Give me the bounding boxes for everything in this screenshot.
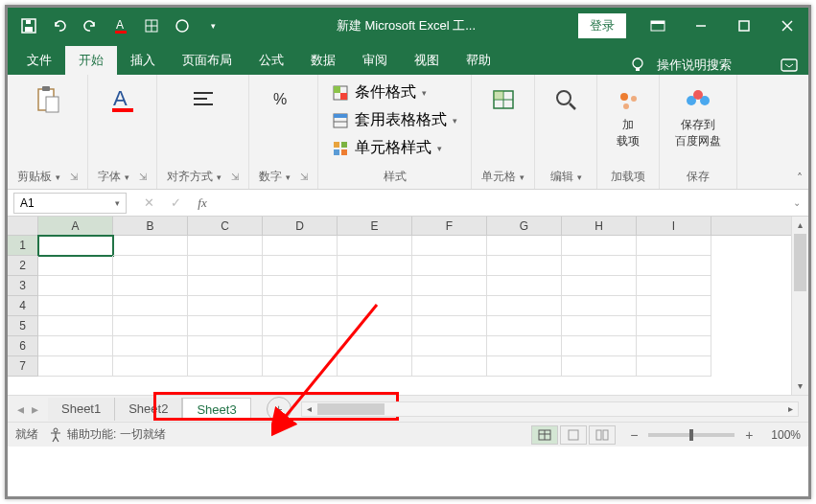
accept-formula-icon[interactable]: ✓ xyxy=(165,195,186,211)
select-all-button[interactable] xyxy=(8,217,38,235)
cell[interactable] xyxy=(188,256,263,276)
cell[interactable] xyxy=(38,336,113,356)
sheet-tab[interactable]: Sheet3 xyxy=(182,398,250,421)
cell[interactable] xyxy=(562,296,637,316)
column-header[interactable]: H xyxy=(562,217,637,235)
ribbon-options-icon[interactable] xyxy=(636,8,679,44)
column-header[interactable]: E xyxy=(338,217,412,235)
column-header[interactable]: F xyxy=(412,217,487,235)
cell[interactable] xyxy=(263,336,338,356)
cell[interactable] xyxy=(487,276,562,296)
cell[interactable] xyxy=(412,336,487,356)
cell[interactable] xyxy=(637,256,711,276)
cell[interactable] xyxy=(637,356,711,377)
cell[interactable] xyxy=(188,336,263,356)
cell[interactable] xyxy=(188,356,263,377)
horizontal-scrollbar[interactable]: ◂ ▸ xyxy=(301,401,799,417)
cell[interactable] xyxy=(412,256,487,276)
cell[interactable] xyxy=(487,316,562,336)
tab-file[interactable]: 文件 xyxy=(13,46,65,75)
cell[interactable] xyxy=(113,256,188,276)
cell[interactable] xyxy=(412,276,487,296)
scrollbar-thumb[interactable] xyxy=(317,403,385,415)
share-icon[interactable] xyxy=(780,57,799,73)
chevron-down-icon[interactable]: ▾ xyxy=(125,172,129,182)
cell[interactable] xyxy=(38,316,113,336)
spreadsheet-grid[interactable]: A B C D E F G H I 1 2 3 4 5 6 7 xyxy=(8,217,791,395)
row-header[interactable]: 1 xyxy=(8,236,38,256)
cell[interactable] xyxy=(562,276,637,296)
formula-input[interactable] xyxy=(219,193,785,214)
scroll-down-icon[interactable]: ▾ xyxy=(792,378,808,395)
zoom-slider[interactable] xyxy=(648,433,734,437)
cell[interactable] xyxy=(487,296,562,316)
cell[interactable] xyxy=(113,236,188,256)
cell[interactable] xyxy=(38,356,113,377)
chevron-down-icon[interactable]: ▾ xyxy=(56,172,60,182)
tab-view[interactable]: 视图 xyxy=(401,46,453,75)
accessibility-status[interactable]: 辅助功能: 一切就绪 xyxy=(48,426,166,443)
cell[interactable] xyxy=(188,316,263,336)
tab-data[interactable]: 数据 xyxy=(297,46,349,75)
tab-home[interactable]: 开始 xyxy=(65,46,117,75)
addins-button[interactable]: 加 载项 xyxy=(607,80,649,153)
cell[interactable] xyxy=(338,256,412,276)
expand-formula-bar-icon[interactable]: ⌄ xyxy=(785,197,808,208)
cell[interactable] xyxy=(562,336,637,356)
new-sheet-button[interactable]: + xyxy=(267,397,291,422)
circle-icon[interactable] xyxy=(169,12,196,39)
cell[interactable] xyxy=(562,356,637,377)
column-header[interactable]: C xyxy=(188,217,263,235)
qat-more-icon[interactable]: ▾ xyxy=(199,12,226,39)
sheet-tab[interactable]: Sheet2 xyxy=(115,398,182,421)
cell[interactable] xyxy=(637,336,711,356)
cell[interactable] xyxy=(562,316,637,336)
cell[interactable] xyxy=(188,296,263,316)
dialog-launcher-icon[interactable]: ⇲ xyxy=(139,172,147,182)
row-header[interactable]: 7 xyxy=(8,356,38,377)
cell[interactable] xyxy=(412,296,487,316)
scrollbar-thumb[interactable] xyxy=(794,234,806,291)
cell[interactable] xyxy=(412,316,487,336)
row-header[interactable]: 6 xyxy=(8,336,38,356)
dialog-launcher-icon[interactable]: ⇲ xyxy=(300,172,308,182)
cell[interactable] xyxy=(562,256,637,276)
row-header[interactable]: 3 xyxy=(8,276,38,296)
scroll-up-icon[interactable]: ▴ xyxy=(792,217,808,234)
redo-icon[interactable] xyxy=(77,12,104,39)
cell[interactable] xyxy=(637,276,711,296)
column-header[interactable]: G xyxy=(487,217,562,235)
cell-styles-button[interactable]: 单元格样式▾ xyxy=(328,136,446,160)
chevron-down-icon[interactable]: ▾ xyxy=(520,172,525,182)
collapse-ribbon-icon[interactable]: ˄ xyxy=(797,172,803,185)
cell[interactable] xyxy=(487,336,562,356)
maximize-icon[interactable] xyxy=(722,8,765,44)
undo-icon[interactable] xyxy=(46,12,73,39)
zoom-value[interactable]: 100% xyxy=(771,428,801,442)
cells-button[interactable] xyxy=(482,80,525,121)
dialog-launcher-icon[interactable]: ⇲ xyxy=(231,172,239,182)
page-layout-view-icon[interactable] xyxy=(560,425,587,445)
cell[interactable] xyxy=(637,316,711,336)
zoom-out-icon[interactable]: − xyxy=(625,427,642,443)
cell[interactable] xyxy=(113,316,188,336)
cell[interactable] xyxy=(338,336,412,356)
cell[interactable] xyxy=(263,236,338,256)
scroll-left-icon[interactable]: ◂ xyxy=(302,403,317,414)
cell[interactable] xyxy=(38,256,113,276)
cell[interactable] xyxy=(113,296,188,316)
insert-function-icon[interactable]: fx xyxy=(192,195,213,211)
cell[interactable] xyxy=(113,336,188,356)
cell[interactable] xyxy=(188,236,263,256)
column-header[interactable]: A xyxy=(38,217,113,235)
minimize-icon[interactable] xyxy=(679,8,722,44)
cell[interactable] xyxy=(338,356,412,377)
cell[interactable] xyxy=(188,276,263,296)
column-header[interactable]: I xyxy=(637,217,711,235)
column-header[interactable]: B xyxy=(113,217,188,235)
cell[interactable] xyxy=(562,236,637,256)
cell[interactable] xyxy=(637,296,711,316)
row-header[interactable]: 2 xyxy=(8,256,38,276)
number-button[interactable]: % xyxy=(263,80,305,121)
cell[interactable] xyxy=(38,296,113,316)
